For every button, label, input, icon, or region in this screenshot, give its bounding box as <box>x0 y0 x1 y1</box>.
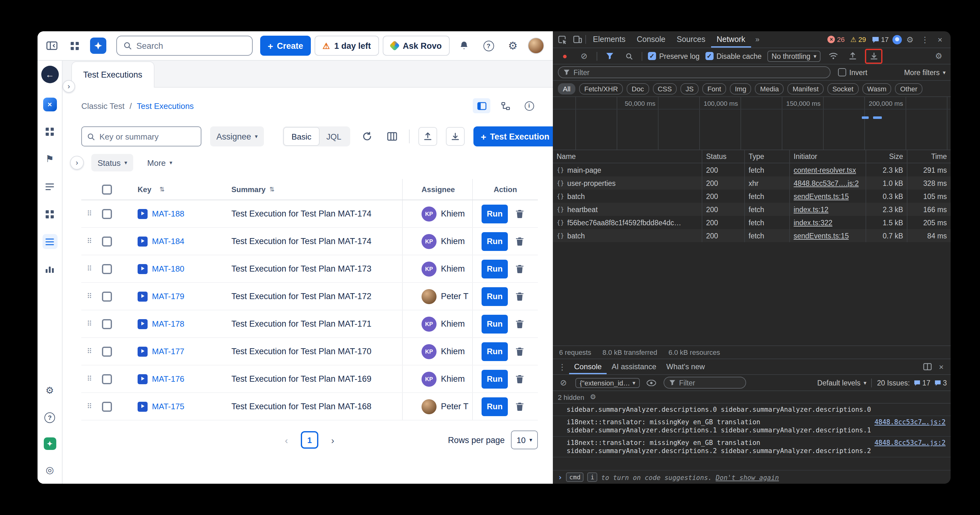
console-filter-input[interactable]: Filter <box>663 377 746 389</box>
drawer-close-button[interactable]: × <box>934 360 948 373</box>
ask-rovo-button[interactable]: Ask Rovo <box>383 36 450 56</box>
app-switcher-button[interactable] <box>65 36 84 55</box>
sidebar-item-projects[interactable] <box>42 207 57 222</box>
device-toolbar-button[interactable] <box>570 32 584 46</box>
column-header-size[interactable]: Size <box>865 150 907 163</box>
green-app-icon[interactable]: ✦ <box>43 437 56 450</box>
request-initiator-link[interactable]: sendEvents.ts:15 <box>794 193 849 200</box>
request-name[interactable]: heartbeat <box>567 206 598 213</box>
network-request-row[interactable]: {} batch 200 fetch sendEvents.ts:15 0.7 … <box>553 229 951 242</box>
console-message[interactable]: sidebar.summaryAnalyzer.descriptions.0 s… <box>553 403 951 416</box>
columns-button[interactable] <box>384 128 400 145</box>
run-button[interactable]: Run <box>482 287 508 306</box>
column-header-key[interactable]: Key <box>138 185 151 194</box>
rows-per-page-select[interactable]: 10 ▾ <box>511 430 538 449</box>
delete-button[interactable] <box>515 374 524 384</box>
user-avatar[interactable] <box>528 38 544 54</box>
network-request-row[interactable]: {} main-page 200 fetch content-resolver.… <box>553 163 951 177</box>
key-summary-filter-input[interactable]: Key or summary <box>81 126 201 147</box>
run-button[interactable]: Run <box>482 397 508 416</box>
jql-mode-button[interactable]: JQL <box>319 128 349 145</box>
drag-handle[interactable]: ⠿ <box>87 402 92 410</box>
devtools-close-button[interactable]: × <box>933 32 947 46</box>
row-checkbox[interactable] <box>102 374 112 384</box>
network-settings-button[interactable]: ⚙ <box>932 49 946 63</box>
network-request-row[interactable]: {} batch 200 fetch sendEvents.ts:15 0.3 … <box>553 190 951 203</box>
run-button[interactable]: Run <box>482 370 508 388</box>
preserve-log-checkbox[interactable]: ✓ Preserve log <box>648 52 700 60</box>
request-name[interactable]: f56bec76aa8f8c1f4592fbdd8e4dc… <box>567 219 681 226</box>
drag-handle[interactable]: ⠿ <box>87 320 92 327</box>
eye-button[interactable] <box>645 376 659 389</box>
drag-handle[interactable]: ⠿ <box>87 347 92 355</box>
refresh-button[interactable] <box>359 128 375 145</box>
context-selector[interactable]: {"extension_id… ▾ <box>575 378 640 387</box>
notifications-button[interactable] <box>455 36 473 55</box>
assignee-filter-dropdown[interactable]: Assignee ▾ <box>210 126 264 147</box>
row-checkbox[interactable] <box>102 402 112 411</box>
sort-icon[interactable]: ⇅ <box>269 186 275 193</box>
disable-cache-checkbox[interactable]: ✓ Disable cache <box>705 52 761 60</box>
resource-type-chip[interactable]: Media <box>755 83 784 94</box>
devtools-tab[interactable]: Sources <box>671 31 711 48</box>
sidebar-help-button[interactable]: ? <box>42 410 57 425</box>
sort-icon[interactable]: ⇅ <box>159 186 165 193</box>
devtools-menu-button[interactable]: ⋮ <box>918 32 932 46</box>
sidebar-item-flagged[interactable]: ⚑ <box>42 151 57 166</box>
resource-type-chip[interactable]: Wasm <box>862 83 891 94</box>
select-all-checkbox[interactable] <box>102 184 112 194</box>
issue-summary[interactable]: Test Execution for Test Plan MAT-169 <box>231 374 371 384</box>
delete-button[interactable] <box>515 319 524 328</box>
row-checkbox[interactable] <box>102 291 112 301</box>
search-network-button[interactable] <box>622 49 636 63</box>
execution-row[interactable]: ⠿ MAT-176 Test Execution for Test Plan M… <box>81 365 538 393</box>
run-button[interactable]: Run <box>482 342 508 361</box>
console-message[interactable]: i18next::translator: missingKey en_GB tr… <box>553 437 951 458</box>
dont-show-again-link[interactable]: Don't show again <box>716 474 779 481</box>
drawer-tab[interactable]: Console <box>569 359 607 374</box>
execution-row[interactable]: ⠿ MAT-184 Test Execution for Test Plan M… <box>81 228 538 255</box>
delete-button[interactable] <box>515 402 524 411</box>
issue-summary[interactable]: Test Execution for Test Plan MAT-168 <box>231 402 371 411</box>
inspect-element-button[interactable] <box>555 32 569 46</box>
more-tabs-button[interactable]: » <box>752 35 762 44</box>
drawer-tab[interactable]: AI assistance <box>607 359 661 374</box>
console-source-link[interactable]: 4848.8cc53c7….js:2 <box>874 418 946 426</box>
back-button[interactable]: ← <box>41 65 59 83</box>
throttling-select[interactable]: No throttling ▾ <box>767 50 821 62</box>
settings-button[interactable]: ⚙ <box>503 36 522 55</box>
resource-type-chip[interactable]: CSS <box>652 83 677 94</box>
clear-console-button[interactable]: ⊘ <box>557 376 570 389</box>
delete-button[interactable] <box>515 347 524 356</box>
extension-icon[interactable] <box>892 35 902 44</box>
next-page-button[interactable]: › <box>325 432 341 448</box>
devtools-tab[interactable]: Elements <box>587 31 631 48</box>
jira-logo[interactable] <box>90 38 106 54</box>
issue-key-link[interactable]: MAT-179 <box>152 292 185 301</box>
resource-type-chip[interactable]: Font <box>702 83 726 94</box>
resource-type-chip[interactable]: Socket <box>827 83 858 94</box>
request-name[interactable]: batch <box>567 193 585 200</box>
export-button[interactable] <box>445 127 465 146</box>
drag-handle[interactable]: ⠿ <box>87 265 92 272</box>
devtools-settings-button[interactable]: ⚙ <box>903 32 917 46</box>
create-button[interactable]: + Create <box>260 36 311 56</box>
filter-toggle-button[interactable] <box>603 49 617 63</box>
run-button[interactable]: Run <box>482 259 508 278</box>
delete-button[interactable] <box>515 292 524 301</box>
devtools-tab[interactable]: Console <box>631 31 671 48</box>
sidebar-item-test-executions[interactable] <box>42 234 57 249</box>
issue-summary[interactable]: Test Execution for Test Plan MAT-170 <box>231 347 371 356</box>
column-header-time[interactable]: Time <box>907 150 951 163</box>
network-request-row[interactable]: {} heartbeat 200 fetch index.ts:12 2.3 k… <box>553 203 951 216</box>
request-name[interactable]: batch <box>567 232 585 239</box>
execution-row[interactable]: ⠿ MAT-178 Test Execution for Test Plan M… <box>81 310 538 338</box>
issue-summary[interactable]: Test Execution for Test Plan MAT-174 <box>231 209 371 218</box>
issue-key-link[interactable]: MAT-175 <box>152 402 185 411</box>
log-levels-select[interactable]: Default levels ▾ <box>818 379 867 386</box>
new-test-execution-button[interactable]: + Test Execution <box>473 126 553 147</box>
resource-type-chip[interactable]: Manifest <box>788 83 824 94</box>
column-header-initiator[interactable]: Initiator <box>789 150 865 163</box>
column-header-name[interactable]: Name <box>553 150 702 163</box>
prev-page-button[interactable]: ‹ <box>278 432 294 448</box>
